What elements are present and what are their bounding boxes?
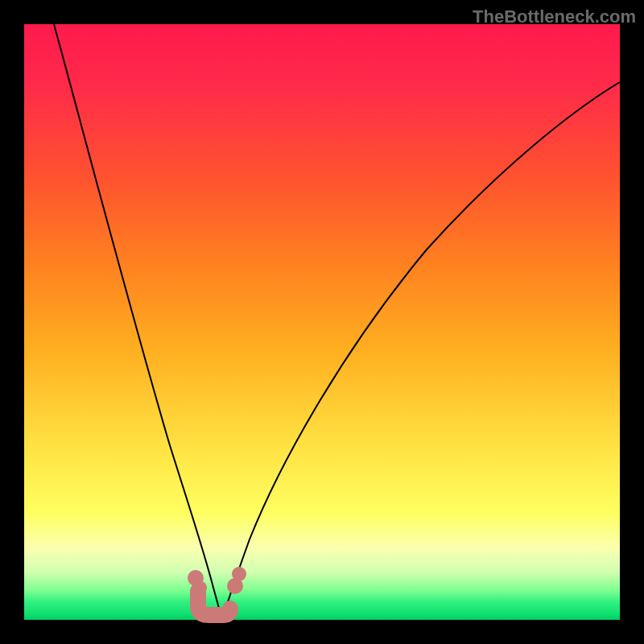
marker-dot (194, 581, 207, 594)
curve-left-branch (54, 24, 222, 620)
annotation-u-shape (198, 591, 230, 615)
chart-svg (24, 24, 620, 620)
marker-dot (232, 567, 246, 581)
watermark-text: TheBottleneck.com (473, 6, 636, 27)
curve-right-branch (222, 82, 620, 620)
